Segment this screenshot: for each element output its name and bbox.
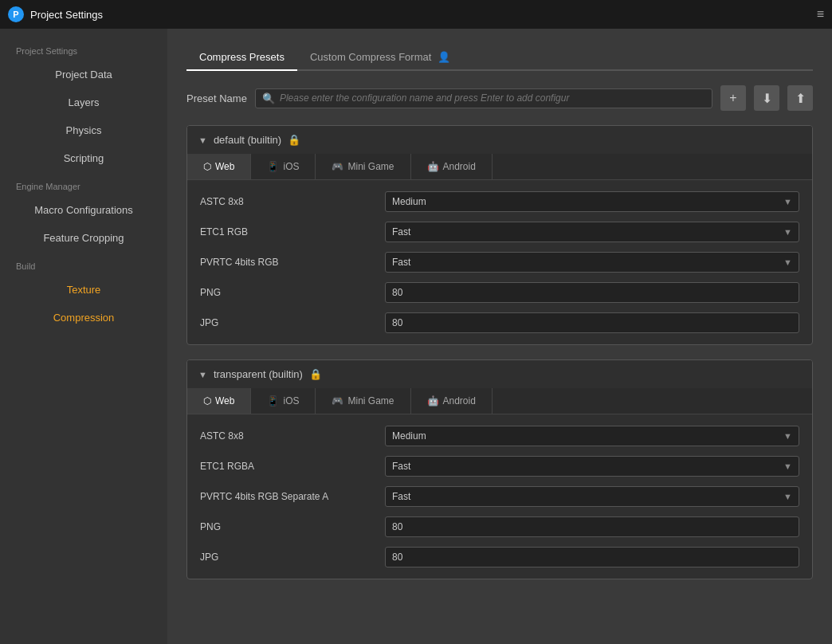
sidebar-item-texture[interactable]: Texture [0,276,167,304]
platform-tab-web-t[interactable]: ⬡ Web [187,388,251,414]
sidebar-section-engine-manager: Engine Manager [0,172,167,196]
export-preset-button[interactable]: ⬆ [787,85,813,111]
platform-tabs-transparent: ⬡ Web 📱 iOS 🎮 Mini Game 🤖 Android [187,388,812,414]
sidebar-item-physics[interactable]: Physics [0,116,167,144]
preset-group-default: ▼ default (builtin) 🔒 ⬡ Web 📱 iOS 🎮 Mini… [186,125,813,345]
astc-8x8-select-t[interactable]: Medium ▼ [385,426,799,446]
minigame-icon: 🎮 [332,395,343,406]
sidebar-item-compression[interactable]: Compression [0,304,167,332]
table-row: ETC1 RGBA Fast ▼ [187,451,812,481]
jpg-input[interactable] [385,312,799,333]
dropdown-arrow-icon: ▼ [783,492,792,501]
pvrtc-label: PVRTC 4bits RGB [200,257,375,268]
platform-tab-web[interactable]: ⬡ Web [187,154,251,179]
app-icon: P [8,6,24,22]
window-title: Project Settings [30,9,103,21]
sidebar-item-layers[interactable]: Layers [0,88,167,116]
android-icon: 🤖 [427,395,439,406]
sidebar-item-scripting[interactable]: Scripting [0,144,167,172]
table-row: JPG [187,308,812,338]
search-box[interactable]: 🔍 [255,88,712,108]
table-row: PVRTC 4bits RGB Fast ▼ [187,247,812,277]
table-row: PVRTC 4bits RGB Separate A Fast ▼ [187,481,812,512]
png-input-t[interactable] [385,516,799,537]
sidebar: Project Settings Project Data Layers Phy… [0,29,167,644]
platform-tab-ios[interactable]: 📱 iOS [251,154,316,179]
etc1-rgba-label: ETC1 RGBA [200,461,375,472]
dropdown-arrow-icon: ▼ [783,227,792,237]
platform-tab-ios-t[interactable]: 📱 iOS [251,388,316,414]
sidebar-item-macro-configurations[interactable]: Macro Configurations [0,196,167,224]
lock-icon: 🔒 [309,368,322,380]
chevron-down-icon: ▼ [198,135,207,145]
dropdown-arrow-icon: ▼ [783,431,792,441]
menu-icon[interactable]: ≡ [817,7,824,22]
astc-8x8-label: ASTC 8x8 [200,196,375,207]
preset-group-transparent-header[interactable]: ▼ transparent (builtin) 🔒 [187,360,812,388]
preset-name-row: Preset Name 🔍 + ⬇ ⬆ [186,85,813,111]
jpg-label-t: JPG [200,552,375,563]
platform-tab-minigame-t[interactable]: 🎮 Mini Game [316,388,410,414]
sidebar-item-feature-cropping[interactable]: Feature Cropping [0,224,167,252]
jpg-label: JPG [200,317,375,328]
etc1-rgb-select[interactable]: Fast ▼ [385,222,799,242]
main-layout: Project Settings Project Data Layers Phy… [0,29,832,644]
table-row: ASTC 8x8 Medium ▼ [187,421,812,451]
platform-tabs-default: ⬡ Web 📱 iOS 🎮 Mini Game 🤖 Android [187,154,812,180]
tab-compress-presets[interactable]: Compress Presets [186,45,297,71]
etc1-rgba-select[interactable]: Fast ▼ [385,456,799,477]
search-input[interactable] [280,92,705,104]
pvrtc-select[interactable]: Fast ▼ [385,252,799,273]
settings-table-default: ASTC 8x8 Medium ▼ ETC1 RGB Fast ▼ [187,180,812,344]
import-preset-button[interactable]: ⬇ [754,85,779,111]
title-bar: P Project Settings ≡ [0,0,832,29]
preset-group-default-header[interactable]: ▼ default (builtin) 🔒 [187,126,812,154]
minigame-icon: 🎮 [332,161,343,172]
preset-name-label: Preset Name [186,92,247,104]
default-group-title: default (builtin) [214,134,281,146]
add-preset-button[interactable]: + [720,85,746,111]
content-area: Compress Presets Custom Compress Format … [167,29,832,644]
table-row: JPG [187,542,812,572]
platform-tab-android[interactable]: 🤖 Android [411,154,493,179]
pvrtc-sep-a-select[interactable]: Fast ▼ [385,486,799,507]
png-label-t: PNG [200,521,375,532]
sidebar-item-project-data[interactable]: Project Data [0,61,167,88]
transparent-group-title: transparent (builtin) [214,368,303,380]
png-input[interactable] [385,282,799,303]
table-row: ETC1 RGB Fast ▼ [187,217,812,247]
ios-icon: 📱 [267,161,279,172]
platform-tab-minigame[interactable]: 🎮 Mini Game [316,154,410,179]
dropdown-arrow-icon: ▼ [783,197,792,206]
table-row: ASTC 8x8 Medium ▼ [187,187,812,217]
tab-custom-compress-format[interactable]: Custom Compress Format 👤 [297,45,463,71]
astc-8x8-select[interactable]: Medium ▼ [385,191,799,212]
web-icon: ⬡ [203,161,211,172]
sidebar-section-build: Build [0,252,167,276]
etc1-rgb-label: ETC1 RGB [200,226,375,238]
preset-group-transparent: ▼ transparent (builtin) 🔒 ⬡ Web 📱 iOS 🎮 … [186,359,813,579]
png-label: PNG [200,287,375,298]
table-row: PNG [187,277,812,308]
dropdown-arrow-icon: ▼ [783,257,792,267]
user-icon: 👤 [438,51,450,63]
chevron-down-icon: ▼ [198,370,207,379]
lock-icon: 🔒 [288,134,300,146]
tab-bar: Compress Presets Custom Compress Format … [186,45,813,71]
sidebar-section-project-settings: Project Settings [0,37,167,61]
table-row: PNG [187,512,812,542]
dropdown-arrow-icon: ▼ [783,461,792,471]
web-icon: ⬡ [203,395,211,406]
ios-icon: 📱 [267,395,279,406]
search-icon: 🔍 [262,92,275,104]
platform-tab-android-t[interactable]: 🤖 Android [411,388,493,414]
settings-table-transparent: ASTC 8x8 Medium ▼ ETC1 RGBA Fast ▼ [187,414,812,579]
astc-8x8-label-t: ASTC 8x8 [200,430,375,442]
jpg-input-t[interactable] [385,547,799,567]
android-icon: 🤖 [427,161,439,172]
title-bar-left: P Project Settings [8,6,103,22]
pvrtc-sep-a-label: PVRTC 4bits RGB Separate A [200,491,375,502]
